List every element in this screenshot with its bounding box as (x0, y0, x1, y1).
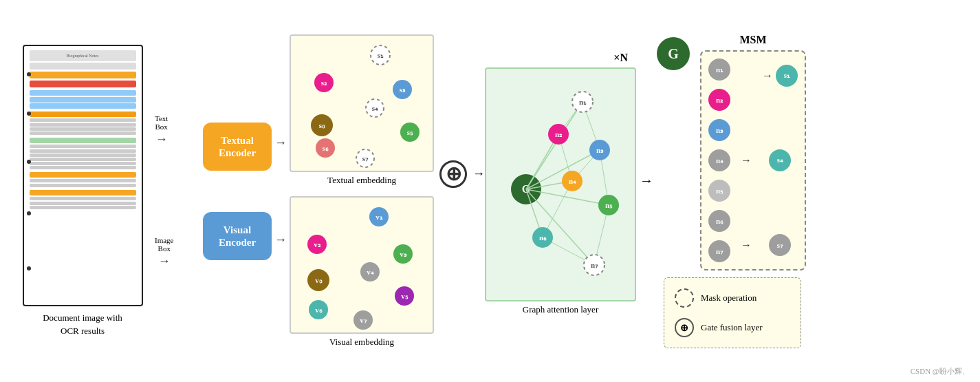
visual-embedding-label: Visual embedding (329, 337, 394, 348)
graph-panel: ×N G (485, 67, 636, 301)
arrow-to-textual: → (155, 132, 168, 147)
embeddings-column: s₀ s₁ s₂ s₃ s₄ s₅ (290, 34, 434, 348)
to-msm-arrow: → (640, 173, 653, 189)
svg-text:s₂: s₂ (321, 78, 327, 87)
textual-embedding-panel: s₀ s₁ s₂ s₃ s₄ s₅ (290, 34, 434, 172)
svg-text:n₅: n₅ (605, 201, 613, 209)
gate-fusion-symbol-container: ⊕ (439, 160, 467, 188)
svg-text:n₆: n₆ (539, 233, 547, 242)
msm-container: MSM n₁ n₂ n₃ n₄ n₅ n₆ n₇ (700, 34, 806, 270)
graph-attention-label: Graph attention layer (523, 304, 598, 315)
right-section: G MSM n₁ n₂ n₃ n₄ n₅ n₆ n₇ (657, 34, 806, 348)
text-box-label: TextBox (155, 114, 168, 131)
gate-fusion-label: Gate fusion layer (701, 322, 763, 333)
g-node-container: G (657, 37, 690, 70)
visual-encoder-box: VisualEncoder (203, 212, 272, 260)
svg-text:s₀: s₀ (319, 121, 325, 129)
legend-mask: Mask operation (675, 288, 790, 308)
svg-text:v₃: v₃ (400, 250, 407, 258)
msm-n5: n₅ (708, 180, 730, 202)
svg-text:v₀: v₀ (315, 276, 323, 284)
msm-arrows-col: → → (741, 59, 752, 262)
dashed-circle-icon (675, 288, 694, 308)
visual-embedding-container: v₀ v₁ v₂ v₃ v₄ v₅ (290, 196, 434, 348)
svg-text:n₂: n₂ (555, 130, 563, 138)
textual-embedding-container: s₀ s₁ s₂ s₃ s₄ s₅ (290, 34, 434, 186)
msm-s7: s₇ (769, 234, 791, 256)
textual-embedding-svg: s₀ s₁ s₂ s₃ s₄ s₅ (291, 36, 435, 173)
textual-encoder-box: TextualEncoder (203, 123, 272, 171)
svg-text:s₆: s₆ (323, 144, 329, 152)
msm-right-col: → s₁ s₄ s₇ (762, 59, 798, 262)
visual-embedding-svg: v₀ v₁ v₂ v₃ v₄ v₅ (291, 198, 435, 335)
document-label: Document image withOCR results (43, 312, 122, 337)
svg-text:n₇: n₇ (591, 261, 598, 269)
legend-gate: ⊕ Gate fusion layer (675, 318, 790, 337)
msm-title: MSM (700, 34, 806, 46)
msm-n7: n₇ (708, 240, 730, 262)
msm-n6: n₆ (708, 210, 730, 232)
textual-embedding-label: Textual embedding (327, 175, 396, 186)
encoder-arrows: TextBox → ImageBox → (155, 114, 203, 268)
svg-text:s₁: s₁ (378, 51, 384, 59)
to-graph-arrow: → (472, 167, 485, 181)
document-section: Biographical Notes (14, 45, 151, 337)
svg-text:s₇: s₇ (362, 154, 369, 162)
mask-operation-label: Mask operation (701, 293, 756, 304)
svg-text:v₄: v₄ (367, 268, 374, 276)
main-diagram: Biographical Notes (0, 0, 980, 382)
image-box-label: ImageBox (155, 236, 173, 253)
legend-section: Mask operation ⊕ Gate fusion layer (664, 277, 801, 348)
svg-text:v₆: v₆ (315, 306, 323, 314)
msm-n4: n₄ (708, 149, 730, 171)
msm-s1: s₁ (776, 65, 798, 87)
plus-symbol: ⊕ (439, 160, 467, 188)
xN-label: ×N (613, 52, 628, 64)
msm-s4: s₄ (769, 149, 791, 171)
visual-embedding-panel: v₀ v₁ v₂ v₃ v₄ v₅ (290, 196, 434, 334)
circle-plus-icon: ⊕ (675, 318, 694, 337)
svg-text:s₃: s₃ (400, 85, 406, 94)
svg-text:v₁: v₁ (375, 213, 383, 221)
msm-n1: n₁ (708, 59, 730, 81)
msm-n2: n₂ (708, 89, 730, 111)
msm-n3: n₃ (708, 119, 730, 141)
svg-text:s₄: s₄ (372, 104, 378, 112)
msm-panel: n₁ n₂ n₃ n₄ n₅ n₆ n₇ → (700, 50, 806, 270)
graph-svg: G n₁ (486, 69, 638, 303)
document-image: Biographical Notes (23, 45, 143, 306)
arrow-to-visual: → (158, 254, 171, 268)
svg-text:s₅: s₅ (407, 128, 413, 136)
encoder-to-embed-arrows: → → (272, 136, 290, 247)
svg-text:n₃: n₃ (596, 146, 604, 154)
msm-left-col: n₁ n₂ n₃ n₄ n₅ n₆ n₇ (708, 59, 730, 262)
svg-text:v₂: v₂ (314, 240, 321, 248)
svg-text:n₁: n₁ (579, 98, 587, 106)
svg-text:v₇: v₇ (360, 316, 367, 324)
graph-section: ×N G (485, 67, 636, 315)
svg-text:v₅: v₅ (401, 292, 409, 300)
g-node: G (657, 37, 690, 70)
watermark: CSDN @盼小辉、 (911, 366, 970, 376)
svg-text:n₄: n₄ (569, 177, 576, 185)
msm-top-row: G MSM n₁ n₂ n₃ n₄ n₅ n₆ n₇ (657, 34, 806, 270)
encoders-column: TextualEncoder VisualEncoder (203, 123, 272, 260)
